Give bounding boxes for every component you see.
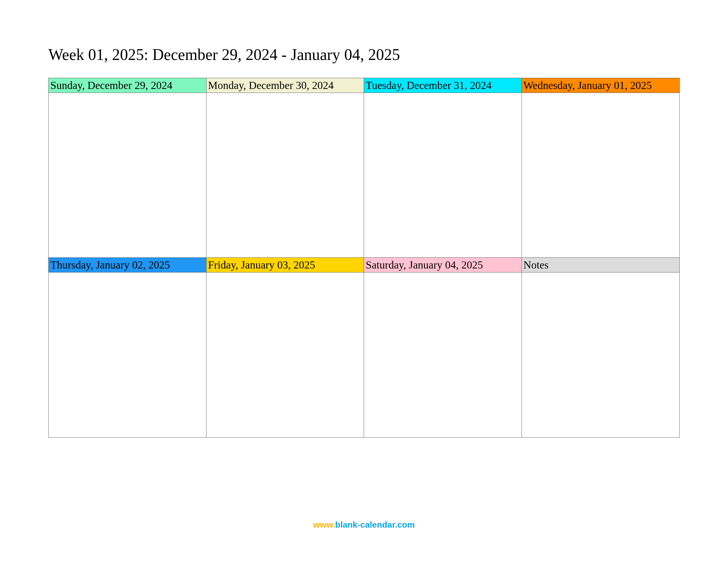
day-cell-monday[interactable]: [206, 93, 364, 258]
footer-domain: blank-calendar.com: [335, 520, 415, 529]
notes-cell[interactable]: [522, 273, 680, 437]
day-header-label: Tuesday, December 31, 2024: [366, 79, 492, 92]
day-header-friday: Friday, January 03, 2025: [206, 258, 364, 273]
day-header-notes: Notes: [522, 258, 680, 273]
day-cell-thursday[interactable]: [49, 273, 206, 437]
footer-link[interactable]: www.blank-calendar.com: [0, 520, 728, 530]
day-cell-tuesday[interactable]: [364, 93, 522, 258]
day-header-label: Wednesday, January 01, 2025: [524, 79, 652, 92]
day-header-sunday: Sunday, December 29, 2024: [49, 78, 206, 93]
day-header-label: Saturday, January 04, 2025: [366, 258, 483, 272]
day-cell-wednesday[interactable]: [522, 93, 680, 258]
day-header-tuesday: Tuesday, December 31, 2024: [364, 78, 522, 93]
day-cell-friday[interactable]: [206, 273, 364, 437]
day-header-label: Monday, December 30, 2024: [208, 79, 334, 92]
day-cell-saturday[interactable]: [364, 273, 522, 437]
day-header-label: Notes: [524, 258, 549, 272]
day-cell-sunday[interactable]: [49, 93, 206, 258]
day-header-saturday: Saturday, January 04, 2025: [364, 258, 522, 273]
day-header-monday: Monday, December 30, 2024: [206, 78, 364, 93]
day-header-thursday: Thursday, January 02, 2025: [49, 258, 206, 273]
day-header-label: Friday, January 03, 2025: [208, 258, 315, 272]
day-header-label: Sunday, December 29, 2024: [50, 79, 172, 92]
day-header-label: Thursday, January 02, 2025: [50, 258, 170, 272]
weekly-calendar-grid: Sunday, December 29, 2024 Monday, Decemb…: [48, 78, 680, 437]
footer-www: www.: [313, 520, 335, 529]
day-header-wednesday: Wednesday, January 01, 2025: [522, 78, 680, 93]
page-title: Week 01, 2025: December 29, 2024 - Janua…: [48, 45, 680, 64]
